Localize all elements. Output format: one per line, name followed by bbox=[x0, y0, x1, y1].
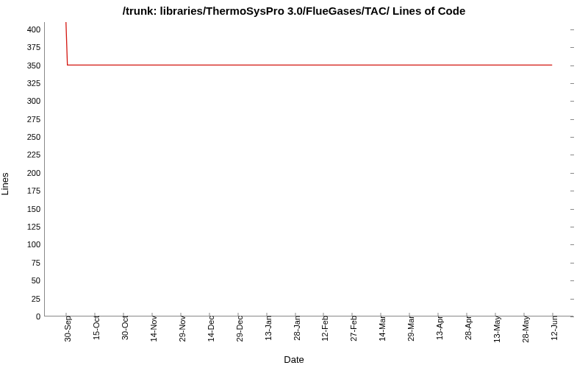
x-tick-mark bbox=[266, 313, 267, 316]
y-tick-label: 300 bbox=[15, 96, 45, 105]
y-tick-mark bbox=[570, 263, 574, 263]
y-tick-mark bbox=[570, 29, 574, 30]
y-tick-label: 250 bbox=[15, 132, 45, 141]
x-tick-mark bbox=[94, 313, 95, 316]
y-tick-label: 25 bbox=[15, 294, 45, 303]
x-tick-mark bbox=[65, 313, 66, 316]
y-tick-mark bbox=[570, 191, 574, 191]
series-line bbox=[66, 22, 552, 65]
loc-chart: /trunk: libraries/ThermoSysPro 3.0/FlueG… bbox=[0, 0, 588, 368]
y-tick-label: 50 bbox=[15, 276, 45, 285]
y-tick-label: 275 bbox=[15, 115, 45, 124]
x-tick-label: 29-Mar bbox=[404, 316, 415, 342]
x-tick-label: 27-Feb bbox=[346, 316, 358, 342]
y-tick-label: 75 bbox=[15, 258, 45, 267]
x-tick-mark bbox=[381, 313, 381, 316]
y-tick-label: 225 bbox=[15, 150, 45, 159]
y-tick-label: 400 bbox=[15, 25, 45, 34]
y-tick-label: 175 bbox=[15, 186, 45, 195]
y-tick-mark bbox=[570, 316, 574, 317]
y-tick-label: 350 bbox=[15, 61, 45, 70]
y-tick-mark bbox=[570, 173, 574, 174]
x-tick-mark bbox=[467, 313, 467, 316]
x-tick-label: 15-Oct bbox=[89, 316, 101, 340]
x-tick-mark bbox=[209, 313, 209, 316]
y-tick-label: 150 bbox=[15, 205, 45, 213]
chart-title: /trunk: libraries/ThermoSysPro 3.0/FlueG… bbox=[0, 4, 588, 17]
x-tick-mark bbox=[524, 313, 525, 316]
x-tick-mark bbox=[553, 313, 553, 316]
x-tick-label: 13-May bbox=[490, 316, 501, 343]
y-tick-label: 375 bbox=[15, 43, 45, 52]
y-tick-label: 0 bbox=[15, 312, 45, 321]
y-tick-mark bbox=[570, 47, 574, 48]
x-tick-label: 28-May bbox=[518, 316, 530, 343]
x-tick-mark bbox=[409, 313, 410, 316]
x-tick-label: 13-Jan bbox=[261, 316, 273, 341]
y-tick-mark bbox=[570, 137, 574, 138]
y-tick-label: 125 bbox=[15, 222, 45, 231]
y-tick-label: 200 bbox=[15, 169, 45, 177]
x-tick-mark bbox=[295, 313, 295, 316]
y-axis-label: Lines bbox=[0, 172, 10, 195]
y-tick-label: 100 bbox=[15, 240, 45, 249]
x-tick-mark bbox=[438, 313, 439, 316]
y-tick-mark bbox=[570, 209, 574, 210]
x-tick-label: 13-Apr bbox=[432, 316, 444, 340]
x-tick-mark bbox=[123, 313, 123, 316]
x-tick-label: 30-Oct bbox=[118, 316, 129, 340]
x-tick-label: 12-Feb bbox=[318, 316, 329, 342]
x-tick-label: 29-Dec bbox=[232, 316, 244, 342]
x-tick-mark bbox=[352, 313, 353, 316]
y-tick-mark bbox=[570, 66, 574, 66]
y-tick-label: 325 bbox=[15, 79, 45, 88]
plot-area: 0255075100125150175200225250275300325350… bbox=[44, 22, 573, 316]
x-axis-label: Date bbox=[0, 354, 588, 365]
x-tick-mark bbox=[495, 313, 496, 316]
x-tick-label: 29-Nov bbox=[175, 316, 187, 342]
x-tick-mark bbox=[323, 313, 324, 316]
x-tick-label: 14-Nov bbox=[146, 316, 158, 342]
y-tick-mark bbox=[570, 119, 574, 120]
x-tick-label: 28-Jan bbox=[290, 316, 301, 341]
x-tick-label: 14-Dec bbox=[204, 316, 215, 342]
x-tick-label: 14-Mar bbox=[375, 316, 387, 342]
x-tick-mark bbox=[151, 313, 152, 316]
y-tick-mark bbox=[570, 101, 574, 102]
x-tick-label: 12-Jun bbox=[547, 316, 559, 341]
y-tick-mark bbox=[570, 227, 574, 227]
line-layer bbox=[45, 22, 573, 316]
y-tick-mark bbox=[570, 244, 574, 245]
y-tick-mark bbox=[570, 299, 574, 300]
y-tick-mark bbox=[570, 83, 574, 84]
y-tick-mark bbox=[570, 155, 574, 155]
x-tick-mark bbox=[180, 313, 181, 316]
x-tick-label: 28-Apr bbox=[461, 316, 473, 340]
x-tick-mark bbox=[237, 313, 238, 316]
y-tick-mark bbox=[570, 280, 574, 281]
x-tick-label: 30-Sep bbox=[60, 316, 72, 342]
